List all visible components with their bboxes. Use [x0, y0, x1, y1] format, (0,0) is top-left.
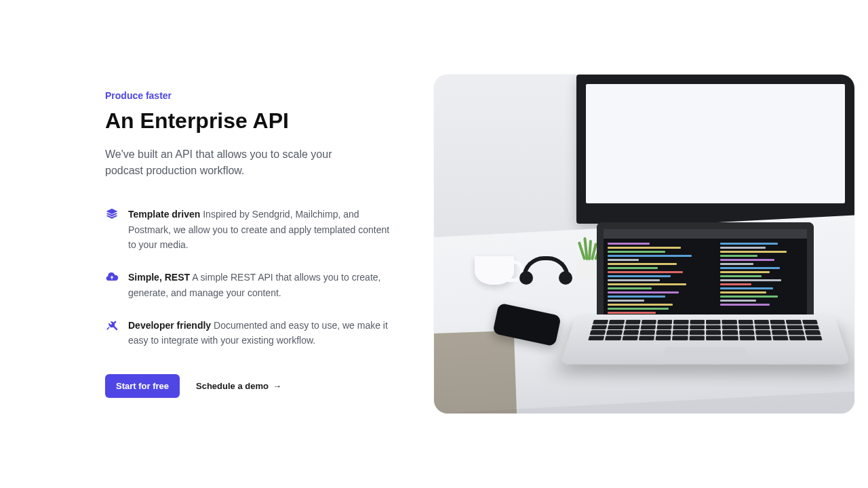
feature-title: Template driven [128, 209, 200, 220]
tools-icon [105, 319, 119, 332]
eyebrow: Produce faster [105, 90, 400, 101]
cloud-upload-icon [105, 270, 119, 284]
hero-lead: We've built an API that allows you to sc… [105, 146, 349, 180]
feature-item: Simple, REST A simple REST API that allo… [105, 270, 400, 300]
schedule-demo-link[interactable]: Schedule a demo → [196, 381, 281, 391]
start-free-button[interactable]: Start for free [105, 374, 180, 398]
hero-section: Produce faster An Enterprise API We've b… [0, 0, 868, 488]
feature-text: Template driven Inspired by Sendgrid, Ma… [128, 207, 399, 252]
hero-content: Produce faster An Enterprise API We've b… [0, 49, 434, 439]
feature-item: Template driven Inspired by Sendgrid, Ma… [105, 207, 400, 252]
layers-icon [105, 207, 119, 221]
feature-list: Template driven Inspired by Sendgrid, Ma… [105, 207, 400, 348]
schedule-demo-label: Schedule a demo [196, 381, 269, 391]
feature-title: Simple, REST [128, 272, 190, 283]
feature-text: Developer friendly Documented and easy t… [128, 318, 399, 348]
arrow-right-icon: → [273, 381, 281, 391]
feature-item: Developer friendly Documented and easy t… [105, 318, 400, 348]
feature-text: Simple, REST A simple REST API that allo… [128, 270, 399, 300]
cta-row: Start for free Schedule a demo → [105, 374, 400, 398]
hero-visual [434, 0, 868, 488]
page-title: An Enterprise API [105, 108, 400, 134]
workspace-photo [434, 75, 854, 413]
feature-title: Developer friendly [128, 320, 211, 331]
